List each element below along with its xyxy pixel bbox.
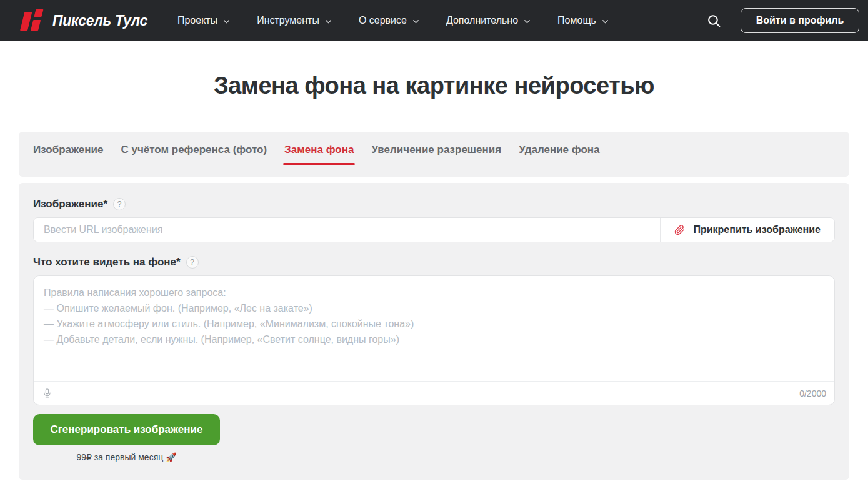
help-icon[interactable]: ? (113, 198, 126, 210)
tab-reference-photo[interactable]: С учётом референса (фото) (121, 144, 267, 164)
main-nav: Проекты Инструменты О сервисе Дополнител… (177, 15, 609, 26)
form-card: Изображение* ? Прикрепить изображение Чт… (19, 183, 849, 480)
generate-image-button[interactable]: Сгенерировать изображение (33, 414, 220, 445)
price-note: 99₽ за первый месяц 🚀 (33, 452, 220, 462)
nav-item-projects[interactable]: Проекты (177, 15, 231, 26)
nav-item-label: Дополнительно (446, 15, 518, 26)
image-field-label-row: Изображение* ? (33, 198, 835, 210)
tab-upscale[interactable]: Увеличение разрешения (371, 144, 501, 164)
chevron-down-icon (412, 17, 420, 26)
logo[interactable]: Пиксель Тулс (19, 9, 147, 32)
nav-item-label: Проекты (177, 15, 217, 26)
help-icon[interactable]: ? (186, 256, 199, 269)
search-icon (706, 13, 722, 29)
nav-item-label: Помощь (557, 15, 596, 26)
nav-item-label: О сервисе (359, 15, 407, 26)
tab-image[interactable]: Изображение (33, 144, 103, 164)
nav-item-extra[interactable]: Дополнительно (446, 15, 531, 26)
image-field-label: Изображение* (33, 198, 107, 210)
paperclip-icon (674, 224, 685, 236)
attach-image-button[interactable]: Прикрепить изображение (660, 218, 834, 242)
nav-item-tools[interactable]: Инструменты (257, 15, 332, 26)
login-button[interactable]: Войти в профиль (741, 8, 859, 33)
image-url-input-group: Прикрепить изображение (33, 217, 835, 242)
navbar-right: Войти в профиль (706, 8, 859, 33)
prompt-field-label: Что хотите видеть на фоне* (33, 256, 181, 269)
chevron-down-icon (523, 17, 531, 26)
logo-text: Пиксель Тулс (52, 12, 147, 29)
logo-icon (16, 9, 48, 32)
main-content: Замена фона на картинке нейросетью Изобр… (0, 72, 868, 480)
tab-background-replace[interactable]: Замена фона (284, 144, 354, 164)
prompt-textarea-box: 0/2000 (33, 275, 835, 405)
search-button[interactable] (706, 13, 722, 29)
textarea-footer: 0/2000 (34, 381, 834, 405)
chevron-down-icon (601, 17, 609, 26)
prompt-textarea[interactable] (34, 276, 834, 381)
image-url-input[interactable] (34, 218, 660, 242)
chevron-down-icon (222, 17, 231, 26)
nav-item-about[interactable]: О сервисе (359, 15, 420, 26)
top-navbar: Пиксель Тулс Проекты Инструменты О серви… (0, 0, 868, 41)
page-title: Замена фона на картинке нейросетью (0, 72, 868, 99)
microphone-icon (42, 387, 52, 400)
tabs-row: Изображение С учётом референса (фото) За… (33, 132, 835, 164)
attach-image-label: Прикрепить изображение (693, 224, 821, 235)
prompt-field-label-row: Что хотите видеть на фоне* ? (33, 256, 835, 269)
tab-background-remove[interactable]: Удаление фона (519, 144, 599, 164)
nav-item-label: Инструменты (257, 15, 319, 26)
tabs-card: Изображение С учётом референса (фото) За… (19, 132, 849, 177)
char-counter: 0/2000 (799, 388, 826, 398)
chevron-down-icon (324, 17, 332, 26)
voice-input-button[interactable] (42, 387, 52, 400)
nav-item-help[interactable]: Помощь (557, 15, 609, 26)
